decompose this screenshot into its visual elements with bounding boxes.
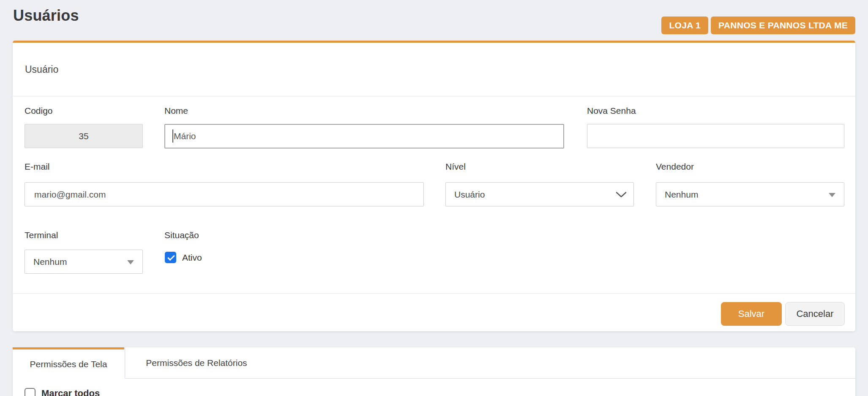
nivel-label: Nível (445, 162, 466, 172)
terminal-select[interactable]: Nenhum (25, 250, 143, 274)
user-form-card: Usuário Codigo Nome Nova Senha E-mail Ní… (13, 41, 855, 331)
nova-senha-label: Nova Senha (587, 106, 636, 116)
page-title: Usuários (13, 7, 79, 25)
footer-divider (13, 293, 855, 294)
email-field[interactable] (25, 182, 424, 206)
text-cursor (172, 129, 173, 143)
nome-field-wrapper (164, 124, 564, 148)
nome-field[interactable] (164, 124, 564, 148)
situacao-label: Situação (164, 230, 199, 240)
terminal-label: Terminal (25, 230, 58, 240)
terminal-selected-value: Nenhum (33, 257, 67, 267)
vendedor-label: Vendedor (656, 162, 694, 172)
codigo-field (25, 124, 143, 148)
select-all-label: Marcar todos (41, 388, 100, 396)
permissions-tabbar: Permissões de Tela Permissões de Relatór… (13, 347, 855, 379)
ativo-checkbox-row: Ativo (165, 252, 202, 263)
nivel-selected-value: Usuário (454, 190, 485, 200)
save-button[interactable]: Salvar (721, 302, 782, 326)
cancel-button[interactable]: Cancelar (785, 302, 845, 326)
tab-permissoes-de-tela[interactable]: Permissões de Tela (13, 347, 124, 379)
caret-down-icon (127, 260, 134, 264)
nivel-select[interactable]: Usuário (445, 182, 634, 206)
card-title: Usuário (25, 64, 58, 75)
vendedor-selected-value: Nenhum (665, 190, 698, 200)
nova-senha-field[interactable] (587, 124, 844, 148)
caret-down-icon (829, 193, 835, 197)
company-badge[interactable]: PANNOS E PANNOS LTDA ME (711, 16, 855, 34)
nome-label: Nome (164, 106, 188, 116)
select-all-row: Marcar todos (25, 388, 100, 396)
tabbar-rest: Permissões de Relatórios (126, 347, 855, 379)
chevron-down-icon (616, 191, 627, 198)
store-badge[interactable]: LOJA 1 (661, 16, 708, 34)
header-badges: LOJA 1 PANNOS E PANNOS LTDA ME (661, 16, 855, 34)
ativo-checkbox-text: Ativo (182, 253, 202, 263)
email-label: E-mail (25, 162, 50, 172)
vendedor-select[interactable]: Nenhum (656, 182, 844, 206)
permissions-card: Permissões de Tela Permissões de Relatór… (13, 347, 855, 396)
ativo-checkbox[interactable] (165, 252, 176, 263)
tab-permissoes-de-relatorios[interactable]: Permissões de Relatórios (126, 347, 267, 378)
codigo-label: Codigo (25, 106, 53, 116)
select-all-checkbox[interactable] (25, 388, 35, 396)
header-divider (13, 96, 855, 96)
